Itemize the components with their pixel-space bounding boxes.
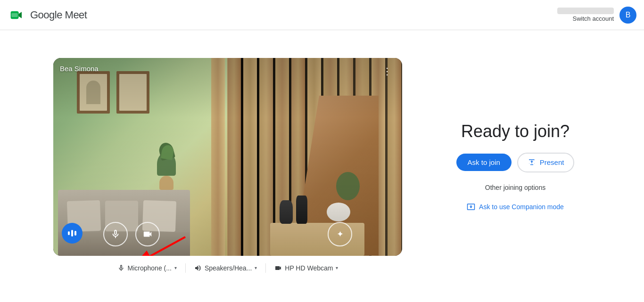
switch-account-link[interactable]: Switch account	[573, 15, 614, 22]
user-avatar[interactable]: B	[619, 7, 636, 24]
right-panel: Ready to join? Ask to join Present Other…	[440, 122, 591, 211]
device-separator-1	[185, 263, 186, 273]
device-separator-2	[265, 263, 266, 273]
webcam-device-button[interactable]: HP HD Webcam ▾	[270, 261, 343, 275]
video-controls: ✦	[103, 222, 352, 246]
participant-name: Bea Simona	[60, 65, 99, 73]
google-meet-logo-icon	[8, 6, 26, 24]
companion-mode-icon	[467, 203, 475, 211]
video-section: Bea Simona ⋮	[53, 58, 402, 275]
companion-mode-label: Ask to use Companion mode	[479, 203, 564, 211]
header-right-area: Switch account B	[557, 7, 636, 24]
audio-indicator-button[interactable]	[62, 223, 83, 244]
switch-account-area: Switch account	[557, 8, 614, 22]
logo-area: Google Meet	[8, 6, 87, 24]
present-button[interactable]: Present	[517, 153, 575, 172]
present-icon	[528, 158, 536, 167]
bar-3	[74, 231, 76, 236]
device-controls-bar: Microphone (... ▾ Speakers/Hea... ▾ HP H…	[111, 261, 345, 275]
app-header: Google Meet Switch account B	[0, 0, 644, 30]
ready-to-join-title: Ready to join?	[461, 122, 570, 141]
audio-bars	[68, 230, 76, 237]
microphone-label: Microphone (...	[128, 264, 172, 272]
more-options-button[interactable]: ⋮	[379, 63, 396, 80]
companion-mode-link[interactable]: Ask to use Companion mode	[467, 203, 564, 211]
join-buttons-row: Ask to join Present	[456, 153, 575, 172]
effects-icon: ✦	[337, 229, 344, 239]
app-name-label: Google Meet	[30, 9, 87, 21]
webcam-label: HP HD Webcam	[285, 264, 333, 272]
microphone-device-icon	[117, 264, 125, 272]
speakers-chevron-icon: ▾	[255, 265, 257, 270]
microphone-toggle-button[interactable]	[103, 222, 128, 246]
microphone-chevron-icon: ▾	[174, 265, 177, 270]
bar-1	[68, 231, 70, 235]
webcam-device-icon	[274, 264, 282, 272]
mic-icon	[110, 229, 121, 239]
microphone-device-button[interactable]: Microphone (... ▾	[113, 261, 182, 275]
bar-2	[71, 230, 73, 237]
other-options-text: Other joining options	[485, 184, 545, 191]
speakers-device-button[interactable]: Speakers/Hea... ▾	[190, 261, 262, 275]
speakers-label: Speakers/Hea...	[205, 264, 252, 272]
present-label: Present	[540, 158, 564, 166]
ask-to-join-button[interactable]: Ask to join	[456, 154, 512, 171]
camera-icon	[142, 229, 153, 239]
webcam-chevron-icon: ▾	[336, 265, 338, 270]
camera-toggle-button[interactable]	[135, 222, 160, 246]
main-content: Bea Simona ⋮	[0, 30, 644, 302]
video-preview: Bea Simona ⋮	[53, 58, 402, 256]
effects-button[interactable]: ✦	[328, 222, 352, 246]
svg-rect-3	[11, 13, 17, 16]
account-email-blur	[557, 8, 614, 14]
speaker-device-icon	[194, 264, 202, 272]
